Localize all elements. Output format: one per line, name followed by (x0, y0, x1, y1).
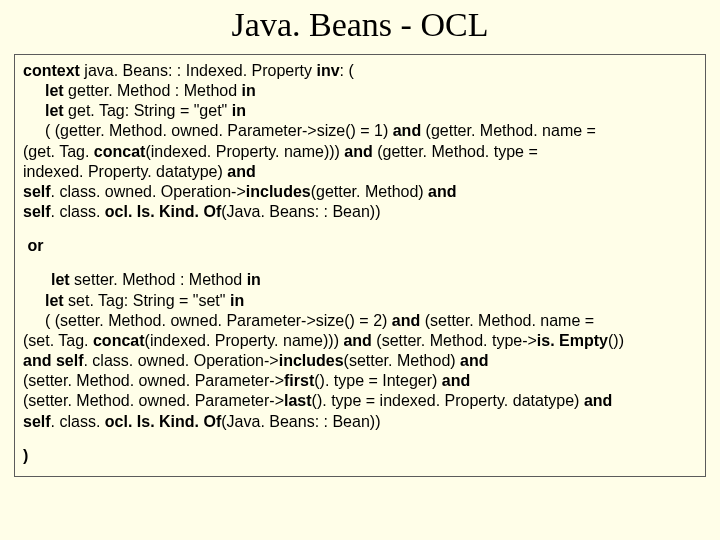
code-line: ( (getter. Method. owned. Parameter->siz… (23, 121, 697, 141)
slide: Java. Beans - OCL context java. Beans: :… (0, 0, 720, 540)
code-line: self. class. ocl. Is. Kind. Of(Java. Bea… (23, 412, 697, 432)
code-line-close: ) (23, 446, 697, 466)
fn-ocliskindof: ocl. Is. Kind. Of (105, 413, 221, 430)
code-line: let getter. Method : Method in (23, 81, 697, 101)
fn-first: first (284, 372, 314, 389)
kw-and: and (393, 122, 421, 139)
fn-concat: concat (94, 143, 146, 160)
kw-in: in (247, 271, 261, 288)
kw-and-self: and self (23, 352, 83, 369)
kw-and: and (584, 392, 612, 409)
fn-isempty: is. Empty (537, 332, 608, 349)
kw-and: and (227, 163, 255, 180)
code-line: let set. Tag: String = "set" in (23, 291, 697, 311)
code-line: self. class. ocl. Is. Kind. Of(Java. Bea… (23, 202, 697, 222)
kw-in: in (232, 102, 246, 119)
spacer (23, 222, 697, 236)
kw-in: in (242, 82, 256, 99)
kw-and: and (344, 143, 372, 160)
code-line: (setter. Method. owned. Parameter->first… (23, 371, 697, 391)
fn-concat: concat (93, 332, 145, 349)
kw-self: self (23, 413, 51, 430)
kw-let: let (51, 271, 70, 288)
kw-let: let (45, 102, 64, 119)
fn-ocliskindof: ocl. Is. Kind. Of (105, 203, 221, 220)
code-line: (set. Tag. concat(indexed. Property. nam… (23, 331, 697, 351)
kw-and: and (442, 372, 470, 389)
code-line: ( (setter. Method. owned. Parameter->siz… (23, 311, 697, 331)
kw-let: let (45, 292, 64, 309)
fn-includes: includes (279, 352, 344, 369)
slide-title: Java. Beans - OCL (14, 6, 706, 44)
kw-context: context (23, 62, 80, 79)
code-line: context java. Beans: : Indexed. Property… (23, 61, 697, 81)
spacer (23, 432, 697, 446)
kw-inv: inv (316, 62, 339, 79)
code-line-or: or (23, 236, 697, 256)
kw-and: and (428, 183, 456, 200)
code-line: indexed. Property. datatype) and (23, 162, 697, 182)
kw-and: and (460, 352, 488, 369)
code-line: let get. Tag: String = "get" in (23, 101, 697, 121)
kw-and: and (392, 312, 420, 329)
spacer (23, 256, 697, 270)
code-line: let setter. Method : Method in (23, 270, 697, 290)
code-line: and self. class. owned. Operation->inclu… (23, 351, 697, 371)
kw-or: or (27, 237, 43, 254)
ocl-code-block: context java. Beans: : Indexed. Property… (14, 54, 706, 477)
kw-in: in (230, 292, 244, 309)
kw-and: and (343, 332, 371, 349)
kw-self: self (23, 183, 51, 200)
fn-last: last (284, 392, 312, 409)
code-line: self. class. owned. Operation->includes(… (23, 182, 697, 202)
code-line: (setter. Method. owned. Parameter->last(… (23, 391, 697, 411)
kw-self: self (23, 203, 51, 220)
kw-let: let (45, 82, 64, 99)
fn-includes: includes (246, 183, 311, 200)
code-line: (get. Tag. concat(indexed. Property. nam… (23, 142, 697, 162)
